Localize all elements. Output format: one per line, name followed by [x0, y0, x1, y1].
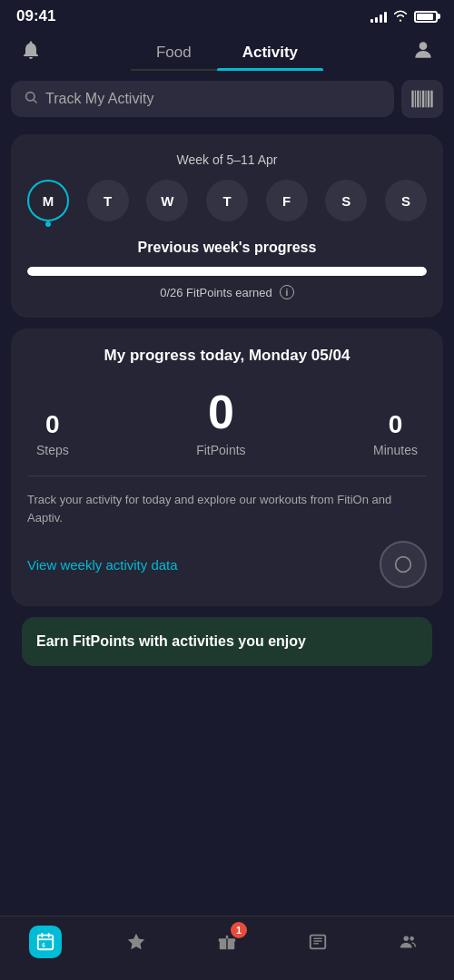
- tab-food[interactable]: Food: [131, 34, 217, 71]
- progress-bar-background: [27, 267, 427, 276]
- search-icon: [24, 90, 38, 108]
- svg-point-11: [396, 557, 411, 573]
- star-icon: [120, 926, 153, 958]
- svg-rect-12: [38, 936, 54, 950]
- search-placeholder: Track My Activity: [45, 91, 153, 107]
- svg-point-23: [404, 936, 410, 942]
- tab-social[interactable]: [392, 926, 425, 958]
- main-content: Week of 5–11 Apr M T W T F S S Previous …: [0, 127, 454, 673]
- wifi-icon: [392, 9, 409, 24]
- view-weekly-link[interactable]: View weekly activity data: [27, 557, 178, 573]
- info-icon[interactable]: i: [280, 285, 294, 299]
- earn-fitpoints-text: Earn FitPoints with activities you enjoy: [36, 633, 306, 649]
- svg-rect-10: [430, 91, 432, 108]
- tab-news[interactable]: [301, 926, 334, 958]
- signal-icon: [370, 10, 387, 23]
- svg-line-2: [34, 100, 36, 103]
- tabs-container: Food Activity: [47, 34, 407, 71]
- fitpoints-value: 0: [196, 385, 245, 439]
- minutes-value: 0: [373, 410, 418, 439]
- tab-navigation: Food Activity: [0, 29, 454, 71]
- week-card: Week of 5–11 Apr M T W T F S S Previous …: [11, 134, 443, 318]
- svg-rect-7: [422, 91, 424, 108]
- svg-rect-8: [426, 91, 427, 108]
- day-circle-m[interactable]: M: [27, 180, 69, 221]
- rewards-badge: 1: [231, 922, 247, 938]
- minutes-label: Minutes: [373, 443, 418, 457]
- fitpoints-stat: 0 FitPoints: [196, 385, 245, 457]
- progress-bar-fill: [27, 267, 427, 276]
- svg-rect-9: [428, 91, 429, 108]
- svg-point-24: [410, 936, 414, 941]
- social-icon: [392, 926, 425, 958]
- fitpoints-label: FitPoints: [196, 443, 245, 457]
- fitpoints-text: 0/26 FitPoints earned: [160, 286, 272, 299]
- circle-button[interactable]: [380, 541, 427, 588]
- day-letter: M: [43, 193, 54, 209]
- progress-section: Previous week's progress 0/26 FitPoints …: [27, 240, 427, 299]
- day-circles: M T W T F S S: [27, 180, 427, 221]
- day-circle-s2[interactable]: S: [385, 180, 427, 221]
- status-icons: [370, 9, 438, 24]
- track-activity-text: Track your activity for today and explor…: [27, 491, 427, 526]
- barcode-button[interactable]: [401, 80, 443, 118]
- earn-fitpoints-banner: Earn FitPoints with activities you enjoy: [22, 617, 432, 666]
- calendar-icon: 6: [29, 926, 62, 958]
- day-circle-f[interactable]: F: [266, 180, 308, 221]
- svg-rect-3: [411, 91, 413, 108]
- tab-favorites[interactable]: [120, 926, 153, 958]
- svg-rect-5: [417, 91, 419, 108]
- active-day-indicator: [45, 221, 51, 227]
- bottom-tab-bar: 6 1: [0, 916, 454, 980]
- today-progress-card: My progress today, Monday 05/04 0 Steps …: [11, 328, 443, 606]
- svg-rect-4: [415, 91, 416, 108]
- search-bar[interactable]: Track My Activity: [11, 81, 394, 117]
- day-circle-t1[interactable]: T: [87, 180, 129, 221]
- today-title: My progress today, Monday 05/04: [27, 347, 427, 365]
- steps-value: 0: [36, 410, 69, 439]
- profile-icon[interactable]: [407, 38, 439, 67]
- tab-activity[interactable]: Activity: [217, 34, 323, 71]
- svg-text:6: 6: [42, 942, 45, 948]
- notification-bell-icon[interactable]: [15, 39, 47, 66]
- search-bar-container: Track My Activity: [0, 71, 454, 127]
- steps-stat: 0 Steps: [36, 410, 69, 457]
- week-label: Week of 5–11 Apr: [27, 152, 427, 167]
- svg-rect-19: [311, 936, 326, 949]
- stats-row: 0 Steps 0 FitPoints 0 Minutes: [27, 385, 427, 457]
- day-circle-t2[interactable]: T: [206, 180, 248, 221]
- day-circle-s1[interactable]: S: [325, 180, 367, 221]
- progress-title: Previous week's progress: [27, 240, 427, 256]
- news-icon: [301, 926, 334, 958]
- svg-point-0: [419, 42, 428, 50]
- day-circle-w[interactable]: W: [146, 180, 188, 221]
- gift-icon: 1: [211, 926, 243, 958]
- steps-label: Steps: [36, 443, 69, 457]
- divider: [27, 475, 427, 476]
- tab-rewards[interactable]: 1: [211, 926, 243, 958]
- status-bar: 09:41: [0, 0, 454, 29]
- svg-rect-6: [420, 91, 421, 108]
- tab-calendar[interactable]: 6: [29, 926, 62, 958]
- fitpoints-row: 0/26 FitPoints earned i: [27, 285, 427, 299]
- minutes-stat: 0 Minutes: [373, 410, 418, 457]
- status-time: 09:41: [16, 7, 55, 25]
- battery-icon: [414, 11, 438, 23]
- view-weekly-row: View weekly activity data: [27, 541, 427, 588]
